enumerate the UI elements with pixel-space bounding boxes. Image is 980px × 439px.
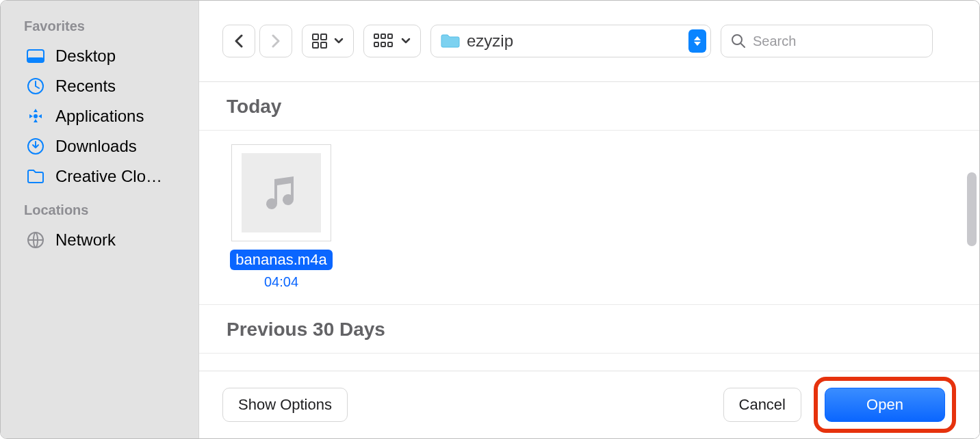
svg-rect-10 (374, 34, 378, 38)
sidebar-item-creative-cloud[interactable]: Creative Clo… (1, 161, 198, 191)
location-popup-button[interactable]: ezyzip (430, 25, 711, 57)
cancel-button[interactable]: Cancel (723, 388, 801, 422)
toolbar: ezyzip Search (199, 1, 979, 82)
nav-buttons (222, 25, 292, 57)
svg-rect-14 (381, 42, 385, 46)
group-icon (374, 34, 394, 49)
applications-icon (24, 107, 47, 125)
nav-back-button[interactable] (222, 25, 255, 57)
clock-icon (24, 77, 47, 95)
section-header-today: Today (199, 82, 979, 131)
open-button[interactable]: Open (825, 388, 945, 422)
search-placeholder: Search (753, 34, 796, 49)
svg-rect-1 (27, 57, 44, 62)
svg-rect-6 (313, 34, 318, 40)
music-note-icon (259, 171, 303, 215)
svg-rect-13 (374, 42, 378, 46)
desktop-icon (24, 49, 47, 63)
globe-icon (24, 231, 47, 249)
svg-rect-7 (321, 34, 326, 40)
svg-rect-15 (388, 42, 392, 46)
file-grid-today: bananas.m4a 04:04 (199, 131, 979, 304)
sidebar-item-desktop[interactable]: Desktop (1, 41, 198, 71)
svg-rect-9 (321, 42, 326, 48)
sidebar-item-downloads[interactable]: Downloads (1, 131, 198, 161)
sidebar-item-label: Recents (55, 77, 116, 96)
chevron-down-icon (401, 38, 411, 44)
sidebar-item-label: Downloads (55, 137, 137, 156)
folder-icon (441, 34, 460, 49)
svg-point-16 (732, 35, 742, 44)
sidebar: Favorites Desktop Recents Applications D… (1, 1, 199, 438)
file-name-label: bananas.m4a (230, 250, 332, 270)
open-file-dialog: Favorites Desktop Recents Applications D… (0, 0, 980, 439)
folder-icon (24, 169, 47, 184)
sidebar-item-label: Network (55, 230, 116, 250)
sidebar-item-label: Creative Clo… (55, 167, 162, 186)
sidebar-section-locations: Locations (1, 191, 198, 225)
sidebar-item-label: Applications (55, 107, 144, 126)
group-by-button[interactable] (363, 25, 421, 57)
sidebar-item-label: Desktop (55, 46, 116, 66)
svg-rect-8 (313, 42, 318, 48)
nav-forward-button[interactable] (259, 25, 292, 57)
grid-icon (312, 34, 327, 49)
highlight-annotation: Open (814, 377, 956, 433)
section-header-previous-30-days: Previous 30 Days (199, 304, 979, 354)
main-panel: ezyzip Search Today (199, 1, 979, 438)
file-item[interactable]: bananas.m4a 04:04 (227, 144, 336, 291)
sidebar-item-network[interactable]: Network (1, 225, 198, 255)
file-duration-label: 04:04 (264, 274, 298, 289)
location-sort-indicator (688, 29, 706, 53)
search-field[interactable]: Search (721, 25, 933, 57)
file-thumbnail (231, 144, 331, 241)
svg-point-3 (34, 114, 38, 118)
scrollbar-thumb[interactable] (967, 172, 977, 246)
action-bar: Show Options Cancel Open (199, 371, 979, 438)
sidebar-item-recents[interactable]: Recents (1, 71, 198, 101)
search-icon (731, 34, 746, 49)
show-options-button[interactable]: Show Options (222, 388, 348, 422)
chevron-down-icon (334, 38, 344, 44)
sidebar-section-favorites: Favorites (1, 8, 198, 41)
svg-rect-12 (388, 34, 392, 38)
svg-rect-11 (381, 34, 385, 38)
sidebar-item-applications[interactable]: Applications (1, 101, 198, 131)
location-label: ezyzip (467, 31, 513, 51)
download-icon (24, 137, 47, 155)
view-icons-button[interactable] (302, 25, 354, 57)
